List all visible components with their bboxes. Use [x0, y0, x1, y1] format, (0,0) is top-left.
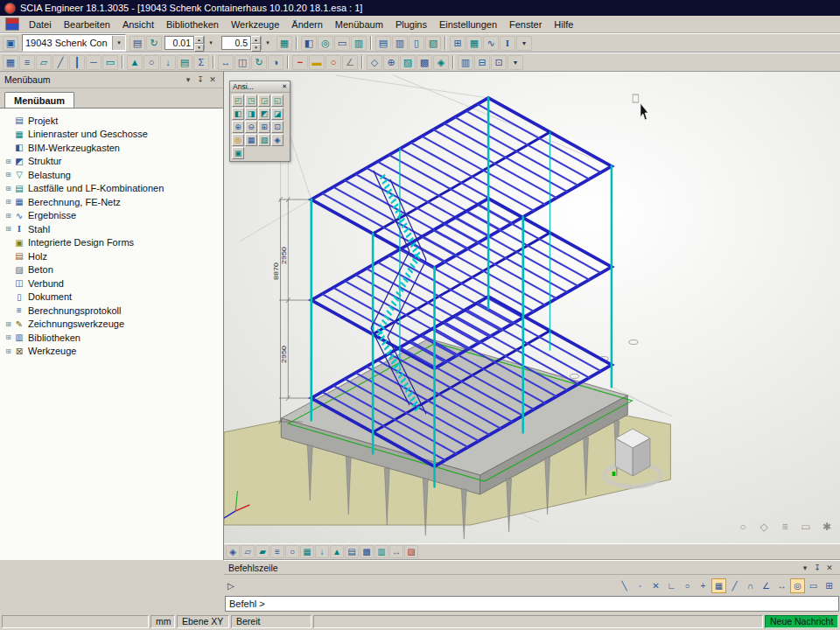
tree-expander-icon[interactable]: ⊞ [4, 185, 13, 192]
plate-icon[interactable]: ▭ [102, 55, 118, 70]
panel-menu-icon[interactable]: ▾ [799, 564, 811, 572]
combinations-icon[interactable]: Σ [193, 55, 209, 70]
snap-midpoint-icon[interactable]: ◦ [633, 578, 648, 593]
menu-bearbeiten[interactable]: Bearbeiten [58, 18, 116, 32]
document-icon[interactable]: ▯ [409, 36, 424, 51]
sidebar-item-berechnungsprotokoll[interactable]: ≡ Berechnungsprotokoll [0, 304, 223, 318]
sidebar-item-berechnung-fe-netz[interactable]: ⊞ ▦ Berechnung, FE-Netz [0, 195, 223, 209]
sidebar-item-holz[interactable]: ▤ Holz [0, 249, 223, 263]
tree-expander-icon[interactable]: ⊞ [4, 333, 13, 341]
storeys-icon[interactable]: ≡ [19, 55, 35, 70]
render-hidden-lines-icon[interactable]: ◨ [245, 108, 257, 120]
view-x-icon[interactable]: ◳ [245, 94, 257, 107]
catalog-blocks-icon[interactable]: ▱ [36, 55, 52, 70]
document-window-icon[interactable] [5, 18, 19, 31]
sidebar-item-bibliotheken[interactable]: ⊞ ▥ Bibliotheken [0, 331, 223, 345]
results-icon[interactable]: ∿ [483, 36, 499, 51]
sidebar-item-verbund[interactable]: ◫ Verbund [0, 276, 223, 290]
fe-mesh-icon[interactable]: ▦ [466, 36, 482, 51]
snap-settings-icon[interactable]: ▦ [276, 36, 292, 51]
member-labels-icon[interactable]: ≡ [270, 545, 284, 558]
move-icon[interactable]: ↔ [218, 55, 234, 70]
spinner-down-icon[interactable]: ▾ [251, 44, 261, 52]
menu-plugins[interactable]: Plugins [389, 18, 433, 32]
snap-point-icon[interactable]: + [696, 578, 710, 593]
menu-einstellungen[interactable]: Einstellungen [433, 18, 503, 32]
clipping-box-icon[interactable]: ▦ [245, 134, 257, 146]
color-settings-icon[interactable]: ▨ [404, 545, 418, 558]
menu-menuebaum[interactable]: Menübaum [329, 18, 389, 32]
sidebar-item-dokument[interactable]: ▯ Dokument [0, 290, 223, 304]
snap-settings-icon[interactable]: ◎ [790, 578, 805, 593]
coord-info-icon[interactable]: ◈ [226, 545, 240, 558]
shaded-mode-icon[interactable]: ▰ [256, 545, 270, 558]
snap-edge-icon[interactable]: ╱ [727, 578, 742, 593]
snap-intersection-icon[interactable]: ✕ [648, 578, 663, 593]
intersection-icon[interactable]: ⊕ [383, 55, 399, 70]
project-manager-icon[interactable]: ▣ [3, 36, 18, 51]
menu-bibliotheken[interactable]: Bibliotheken [160, 18, 225, 32]
sidebar-item-linienraster[interactable]: ▦ Linienraster und Geschosse [0, 128, 223, 142]
sidebar-item-lastfaelle[interactable]: ⊞ ▤ Lastfälle und LF-Kombinationen [0, 182, 223, 196]
view-toolbar-header[interactable]: Ansi... ✕ [230, 81, 290, 93]
tree-expander-icon[interactable]: ⊞ [4, 320, 13, 328]
surface-display-icon[interactable]: ▦ [300, 545, 314, 558]
menu-hilfe[interactable]: Hilfe [548, 18, 579, 32]
pan-tool-icon[interactable]: ≡ [779, 521, 791, 533]
chevron-down-icon[interactable]: ▾ [204, 36, 217, 50]
rotate-icon[interactable]: ↻ [251, 55, 267, 70]
zoom-window-icon[interactable]: ⊞ [258, 121, 270, 133]
activity-icon[interactable]: ◎ [318, 36, 333, 51]
sidebar-item-beton[interactable]: ▨ Beton [0, 263, 223, 277]
menu-ansicht[interactable]: Ansicht [116, 18, 160, 32]
section-icon[interactable]: ▩ [416, 55, 432, 70]
sidebar-item-zeichnungswerkzeuge[interactable]: ⊞ ✎ Zeichnungswerkzeuge [0, 318, 223, 332]
close-icon[interactable]: ✕ [206, 75, 219, 84]
chevron-down-icon[interactable]: ▾ [261, 36, 274, 50]
snap-circle-icon[interactable]: ○ [680, 578, 695, 593]
view-z-icon[interactable]: ◱ [271, 94, 284, 107]
snap-orthogonal-icon[interactable]: ∟ [664, 578, 679, 593]
node-labels-icon[interactable]: ○ [285, 545, 299, 558]
support-icon[interactable]: ▲ [127, 55, 143, 70]
angle-icon[interactable]: ∠ [342, 55, 358, 70]
step-field[interactable]: 0.5 ▴ ▾ ▾ [221, 35, 274, 51]
tree-expander-icon[interactable]: ⊞ [4, 212, 13, 220]
table-results-icon[interactable]: ▥ [392, 36, 408, 51]
menu-werkzeuge[interactable]: Werkzeuge [225, 18, 285, 32]
menu-datei[interactable]: Datei [23, 18, 58, 32]
pin-icon[interactable]: ↧ [194, 75, 206, 84]
viewport-settings-gear-icon[interactable]: ✱ [821, 521, 833, 533]
circle-icon[interactable]: ○ [326, 55, 341, 70]
sidebar-item-werkzeuge[interactable]: ⊞ ⊠ Werkzeuge [0, 345, 223, 359]
load-cases-icon[interactable]: ▤ [177, 55, 192, 70]
hatch-icon[interactable]: ▨ [400, 55, 416, 70]
tree-expander-icon[interactable]: ⊞ [4, 171, 13, 178]
hide-selection-icon[interactable]: ⊟ [474, 55, 490, 70]
zoom-all-icon[interactable]: ⊡ [271, 121, 284, 133]
sidebar-item-belastung[interactable]: ⊞ ▽ Belastung [0, 168, 223, 182]
sidebar-item-stahl[interactable]: ⊞ I Stahl [0, 222, 223, 236]
picture-gallery-icon[interactable]: ▧ [425, 36, 441, 51]
tree-expander-icon[interactable]: ⊞ [4, 225, 13, 233]
scale-factor-field[interactable]: 0.01 ▴ ▾ ▾ [164, 35, 217, 51]
menu-fenster[interactable]: Fenster [503, 18, 548, 32]
tree-expander-icon[interactable]: ⊞ [4, 347, 13, 355]
render-transparent-icon[interactable]: ◪ [271, 108, 284, 120]
new-message-button[interactable]: Neue Nachricht [765, 615, 838, 628]
calculation-icon[interactable]: ⊞ [450, 36, 466, 51]
bill-of-material-icon[interactable]: ▥ [458, 55, 473, 70]
layers-icon[interactable]: ◧ [301, 36, 317, 51]
view-axo-icon[interactable]: ◰ [232, 94, 244, 107]
light-settings-icon[interactable]: ◎ [232, 134, 244, 146]
coordinates-info-icon[interactable]: ◈ [271, 134, 284, 146]
pin-icon[interactable]: ↧ [811, 564, 823, 572]
sidebar-item-bim-werkzeugkasten[interactable]: ◧ BIM-Werkzeugkasten [0, 141, 223, 155]
open-project-icon[interactable]: ▤ [130, 36, 145, 51]
snap-line-icon[interactable]: ╲ [617, 578, 632, 593]
spinner-up-icon[interactable]: ▴ [251, 36, 261, 44]
node-icon[interactable]: ◇ [367, 55, 382, 70]
selection-filter-icon[interactable]: ▥ [351, 36, 367, 51]
orbit-tool-icon[interactable]: ◇ [758, 521, 770, 533]
snap-length-icon[interactable]: ↔ [774, 578, 789, 593]
